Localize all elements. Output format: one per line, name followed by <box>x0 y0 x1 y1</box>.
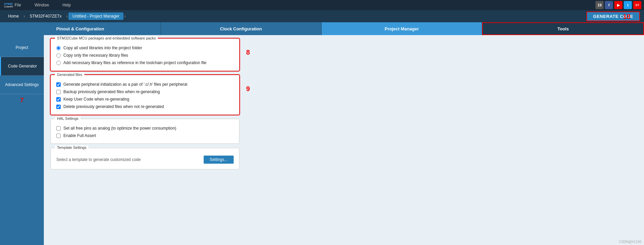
template-settings-legend: Template Settings <box>55 145 88 149</box>
content-area: STM32Cube MCU packages and embedded soft… <box>44 35 644 245</box>
settings-button[interactable]: Settings... <box>204 156 234 164</box>
radio-add-reference-input[interactable] <box>56 61 61 65</box>
sidebar-item-project[interactable]: Project <box>0 38 44 57</box>
watermark: CSDN@#1140 <box>619 240 641 244</box>
st-icon[interactable]: ST <box>633 1 641 9</box>
generated-files-section: Generated files Generate peripheral init… <box>51 75 239 115</box>
template-settings-section: Template Settings Select a template to g… <box>51 148 239 169</box>
chk-backup[interactable]: Backup previously generated files when r… <box>56 89 234 94</box>
annotation-7: 7 <box>20 97 24 104</box>
main-content: Project Code Generator Advanced Settings… <box>0 35 644 245</box>
generated-files-checkbox-group: Generate peripheral initialization as a … <box>56 82 234 109</box>
radio-copy-all-input[interactable] <box>56 46 61 50</box>
top-bar: STM32 CubeMX File Window Help 19 f ▶ t S… <box>0 0 644 10</box>
chk-keep-user-code[interactable]: Keep User Code when re-generating <box>56 97 234 102</box>
radio-copy-all[interactable]: Copy all used libraries into the project… <box>56 46 234 50</box>
chk-full-assert[interactable]: Enable Full Assert <box>56 133 234 138</box>
generate-code-button[interactable]: GENERATE CODE <box>586 11 640 21</box>
breadcrumb-home[interactable]: Home <box>4 12 23 20</box>
hal-settings-section: HAL Settings Set all free pins as analog… <box>51 119 239 144</box>
menu-file[interactable]: File <box>14 3 21 7</box>
mcu-packages-radio-group: Copy all used libraries into the project… <box>56 46 234 65</box>
radio-add-reference[interactable]: Add necessary library files as reference… <box>56 60 234 65</box>
template-placeholder: Select a template to generate customized… <box>56 157 141 162</box>
chk-delete-previous-input[interactable] <box>56 105 61 109</box>
sidebar-item-advanced-settings[interactable]: Advanced Settings <box>0 76 44 94</box>
logo[interactable]: STM32 CubeMX <box>3 2 14 8</box>
tab-tools[interactable]: Tools <box>482 22 644 35</box>
annotation-10: 10 <box>623 13 631 21</box>
mcu-packages-legend: STM32Cube MCU packages and embedded soft… <box>55 36 158 40</box>
twitter-icon[interactable]: t <box>624 1 632 9</box>
radio-copy-necessary[interactable]: Copy only the necessary library files <box>56 53 234 58</box>
tab-bar: Pinout & Configuration Clock Configurati… <box>0 22 644 35</box>
top-right-icons: 19 f ▶ t ST <box>595 1 641 9</box>
chk-peripheral-init-input[interactable] <box>56 82 61 87</box>
template-row: Select a template to generate customized… <box>56 156 234 164</box>
menu-window[interactable]: Window <box>35 3 49 7</box>
facebook-icon[interactable]: f <box>605 1 613 9</box>
notification-icon[interactable]: 19 <box>595 1 604 9</box>
chk-peripheral-init[interactable]: Generate peripheral initialization as a … <box>56 82 234 87</box>
hal-settings-legend: HAL Settings <box>55 116 81 120</box>
chk-free-pins-input[interactable] <box>56 126 61 131</box>
chk-full-assert-input[interactable] <box>56 134 61 138</box>
logo-line2: CubeMX <box>4 5 13 8</box>
radio-copy-necessary-input[interactable] <box>56 53 61 58</box>
sidebar-item-code-generator[interactable]: Code Generator <box>0 57 44 76</box>
chk-delete-previous[interactable]: Delete previously generated files when n… <box>56 104 234 109</box>
tab-project-manager[interactable]: Project Manager <box>322 22 482 35</box>
logo-line1: STM32 <box>4 3 13 5</box>
chk-free-pins[interactable]: Set all free pins as analog (to optimize… <box>56 126 234 131</box>
breadcrumb-device[interactable]: STM32F407ZETx <box>26 12 66 20</box>
chk-backup-input[interactable] <box>56 90 61 94</box>
breadcrumb-project[interactable]: Untitled - Project Manager <box>68 12 123 20</box>
menu-help[interactable]: Help <box>62 3 71 7</box>
hal-settings-checkbox-group: Set all free pins as analog (to optimize… <box>56 126 234 138</box>
mcu-packages-section: STM32Cube MCU packages and embedded soft… <box>51 38 239 71</box>
top-menu: File Window Help <box>14 3 595 7</box>
annotation-9: 9 <box>246 85 250 93</box>
breadcrumb-bar: Home › STM32F407ZETx › Untitled - Projec… <box>0 10 644 22</box>
chk-keep-user-code-input[interactable] <box>56 97 61 102</box>
tab-clock[interactable]: Clock Configuration <box>161 22 322 35</box>
sidebar: Project Code Generator Advanced Settings… <box>0 35 44 245</box>
tab-pinout[interactable]: Pinout & Configuration <box>0 22 161 35</box>
generated-files-legend: Generated files <box>55 73 84 77</box>
youtube-icon[interactable]: ▶ <box>614 1 622 9</box>
annotation-8: 8 <box>246 49 250 56</box>
